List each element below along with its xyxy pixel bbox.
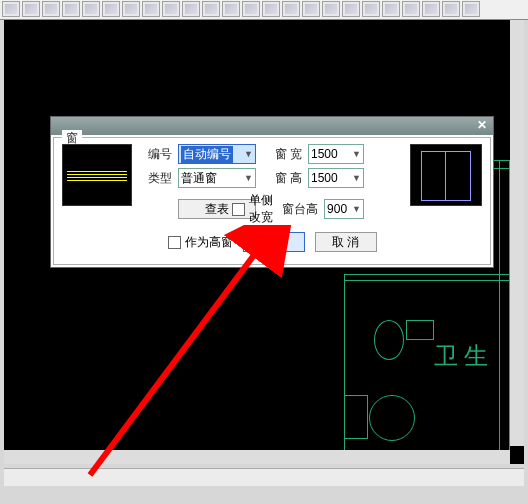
toolbar-button[interactable]: [422, 1, 440, 17]
toolbar-button[interactable]: [262, 1, 280, 17]
toolbar-button[interactable]: [202, 1, 220, 17]
chevron-down-icon: ▼: [244, 173, 253, 183]
toolbar-button[interactable]: [382, 1, 400, 17]
single-side-checkbox[interactable]: [232, 203, 245, 216]
cad-room-label: 卫生: [434, 340, 494, 372]
toolbar-button[interactable]: [62, 1, 80, 17]
toolbar-button[interactable]: [122, 1, 140, 17]
toolbar-button[interactable]: [222, 1, 240, 17]
toolbar-button[interactable]: [182, 1, 200, 17]
toolbar-button[interactable]: [142, 1, 160, 17]
width-select[interactable]: 1500 ▼: [308, 144, 364, 164]
toolbar-button[interactable]: [42, 1, 60, 17]
chevron-down-icon: ▼: [352, 173, 361, 183]
high-window-checkbox[interactable]: [168, 236, 181, 249]
toolbar-button[interactable]: [242, 1, 260, 17]
height-select[interactable]: 1500 ▼: [308, 168, 364, 188]
toolbar-button[interactable]: [282, 1, 300, 17]
close-icon[interactable]: ✕: [475, 119, 489, 133]
horizontal-scrollbar[interactable]: [4, 450, 510, 464]
top-toolbar: [0, 0, 528, 20]
toolbar-button[interactable]: [322, 1, 340, 17]
width-label: 窗 宽: [262, 146, 302, 163]
chevron-down-icon: ▼: [352, 149, 361, 159]
toolbar-button[interactable]: [82, 1, 100, 17]
sill-select[interactable]: 900 ▼: [324, 199, 364, 219]
type-select[interactable]: 普通窗 ▼: [178, 168, 256, 188]
toolbar-button[interactable]: [402, 1, 420, 17]
chevron-down-icon: ▼: [352, 204, 361, 214]
toolbar-button[interactable]: [362, 1, 380, 17]
toolbar-button[interactable]: [302, 1, 320, 17]
status-bar: [4, 468, 524, 486]
window-elevation-preview: [410, 144, 482, 206]
vertical-scrollbar[interactable]: [510, 20, 524, 446]
toolbar-button[interactable]: [22, 1, 40, 17]
toolbar-button[interactable]: [442, 1, 460, 17]
window-dialog: ✕ 窗 编号 自动编号 ▼ 窗 宽: [50, 116, 494, 268]
toolbar-button[interactable]: [2, 1, 20, 17]
toolbar-button[interactable]: [162, 1, 180, 17]
number-label: 编号: [140, 146, 172, 163]
toolbar-button[interactable]: [342, 1, 360, 17]
toolbar-button[interactable]: [102, 1, 120, 17]
toolbar-button[interactable]: [462, 1, 480, 17]
high-window-label: 作为高窗: [185, 234, 233, 251]
number-select[interactable]: 自动编号 ▼: [178, 144, 256, 164]
height-label: 窗 高: [262, 170, 302, 187]
chevron-down-icon: ▼: [244, 149, 253, 159]
single-side-label: 单侧改宽: [249, 192, 276, 226]
ok-button[interactable]: 确 定: [243, 232, 305, 252]
window-plan-preview: [62, 144, 132, 206]
sill-label: 窗台高: [282, 201, 318, 218]
dialog-titlebar[interactable]: ✕: [51, 117, 493, 135]
type-label: 类型: [140, 170, 172, 187]
cancel-button[interactable]: 取 消: [315, 232, 377, 252]
